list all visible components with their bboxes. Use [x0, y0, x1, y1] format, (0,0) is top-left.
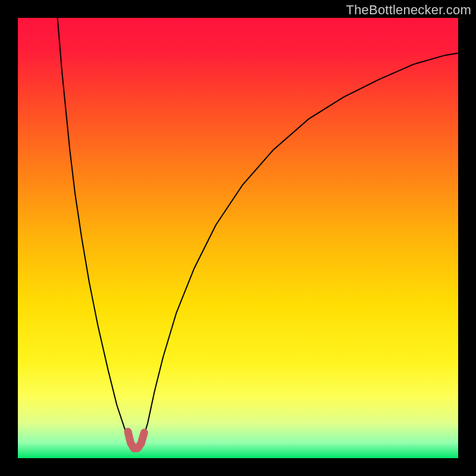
- chart-plot: [18, 18, 458, 458]
- watermark-label: TheBottlenecker.com: [346, 2, 471, 18]
- chart-container: TheBottlenecker.com: [0, 0, 476, 476]
- gradient-background: [18, 18, 458, 458]
